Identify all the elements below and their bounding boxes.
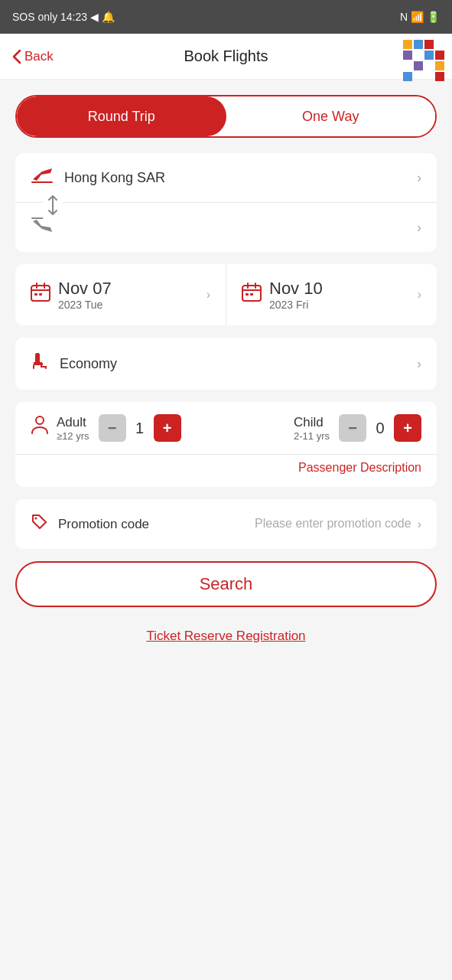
return-sub: 2023 Fri	[269, 299, 323, 311]
return-day: Nov 10	[269, 279, 323, 299]
person-icon	[31, 415, 49, 441]
svg-point-6	[36, 416, 44, 424]
promo-chevron-icon: ›	[418, 518, 421, 531]
from-chevron-icon: ›	[417, 170, 421, 186]
return-date-picker[interactable]: Nov 10 2023 Fri ›	[226, 264, 437, 325]
cabin-chevron-icon: ›	[417, 356, 421, 372]
promo-label: Promotion code	[58, 517, 149, 532]
depart-day: Nov 07	[58, 279, 112, 299]
child-minus-button[interactable]: −	[339, 414, 366, 442]
from-row[interactable]: Hong Kong SAR ›	[15, 153, 437, 203]
dates-card: Nov 07 2023 Tue ›	[15, 264, 437, 325]
cabin-card: Economy ›	[15, 338, 437, 390]
depart-chevron-icon: ›	[206, 288, 210, 302]
trip-type-toggle: Round Trip One Way	[15, 95, 437, 138]
promotion-card: Promotion code Please enter promotion co…	[15, 499, 437, 549]
battery-icon: 🔋	[427, 11, 440, 23]
svg-rect-4	[246, 293, 249, 296]
return-chevron-icon: ›	[418, 288, 421, 302]
depart-date-info: Nov 07 2023 Tue	[58, 279, 112, 311]
swap-button[interactable]	[43, 192, 63, 221]
back-button[interactable]: Back	[12, 49, 54, 64]
child-sub: 2-11 yrs	[294, 430, 330, 442]
swap-icon	[46, 195, 60, 215]
cabin-class-picker[interactable]: Economy ›	[15, 338, 437, 390]
child-plus-button[interactable]: +	[394, 414, 421, 442]
adult-counter: − 1 +	[99, 414, 181, 442]
airline-logo	[403, 40, 444, 81]
seat-icon	[31, 351, 50, 376]
back-chevron-icon	[12, 49, 21, 64]
adult-sub: ≥12 yrs	[57, 430, 89, 442]
page-title: Book Flights	[184, 47, 268, 65]
passenger-description-row: Passenger Description	[15, 454, 437, 487]
promo-tag-icon	[31, 513, 49, 535]
adult-section: Adult ≥12 yrs − 1 +	[57, 414, 281, 442]
ticket-registration-row: Ticket Reserve Registration	[15, 622, 437, 650]
depart-sub: 2023 Tue	[58, 299, 112, 311]
svg-rect-2	[39, 293, 42, 296]
cabin-class-label: Economy	[60, 356, 417, 372]
depart-date-picker[interactable]: Nov 07 2023 Tue ›	[15, 264, 226, 325]
back-label: Back	[24, 49, 54, 64]
adult-label: Adult	[57, 415, 89, 430]
nfc-icon: N	[400, 11, 408, 23]
adult-count: 1	[131, 420, 149, 437]
depart-calendar-icon	[31, 283, 50, 307]
dates-row: Nov 07 2023 Tue ›	[15, 264, 437, 325]
header: Back Book Flights	[0, 34, 452, 80]
promo-placeholder: Please enter promotion code	[255, 516, 411, 532]
adult-minus-button[interactable]: −	[99, 414, 126, 442]
status-text: SOS only 14:23	[12, 11, 87, 23]
svg-rect-5	[250, 293, 253, 296]
status-bar: SOS only 14:23 ◀ 🔔 N 📶 🔋	[0, 0, 452, 34]
to-chevron-icon: ›	[417, 220, 421, 236]
adult-plus-button[interactable]: +	[154, 414, 181, 442]
round-trip-button[interactable]: Round Trip	[17, 96, 226, 136]
route-card: Hong Kong SAR › ›	[15, 153, 437, 252]
adult-info: Adult ≥12 yrs	[57, 415, 89, 442]
main-content: Round Trip One Way Hong Kong SAR ›	[0, 80, 452, 665]
child-section: Child 2-11 yrs − 0 +	[294, 414, 421, 442]
return-calendar-icon	[242, 283, 262, 307]
child-label: Child	[294, 415, 330, 430]
from-city: Hong Kong SAR	[58, 170, 417, 186]
location-icon: ◀	[90, 11, 99, 23]
search-button[interactable]: Search	[15, 561, 437, 607]
depart-plane-icon	[31, 165, 58, 190]
promotion-row[interactable]: Promotion code Please enter promotion co…	[15, 499, 437, 549]
signal-icon: 📶	[411, 11, 424, 23]
passenger-description-link[interactable]: Passenger Description	[298, 461, 421, 474]
ticket-reserve-link[interactable]: Ticket Reserve Registration	[146, 629, 305, 643]
one-way-button[interactable]: One Way	[226, 96, 436, 136]
return-date-info: Nov 10 2023 Fri	[269, 279, 323, 311]
to-row[interactable]: ›	[15, 203, 437, 252]
child-count: 0	[371, 420, 389, 437]
child-counter: − 0 +	[339, 414, 421, 442]
svg-rect-1	[34, 293, 37, 296]
svg-point-7	[35, 518, 37, 520]
status-left: SOS only 14:23 ◀ 🔔	[12, 11, 115, 23]
passengers-card: Adult ≥12 yrs − 1 + Child 2-11 yrs − 0	[15, 402, 437, 487]
child-info: Child 2-11 yrs	[294, 415, 330, 442]
status-right: N 📶 🔋	[400, 11, 440, 23]
passenger-row: Adult ≥12 yrs − 1 + Child 2-11 yrs − 0	[15, 402, 437, 454]
notification-icon: 🔔	[102, 11, 115, 23]
